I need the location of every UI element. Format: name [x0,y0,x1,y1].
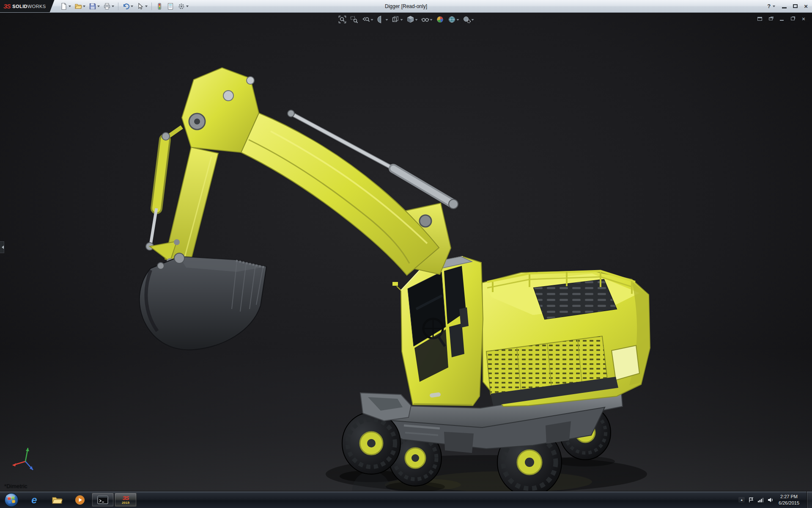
options-gear-icon[interactable] [176,2,190,11]
section-view-icon[interactable] [376,15,389,24]
maximize-button[interactable] [793,4,798,8]
doc-tile-windows-icon[interactable] [766,15,775,22]
help-button[interactable]: ? [767,3,775,9]
action-center-icon[interactable] [748,497,754,503]
graphics-area[interactable]: × [0,13,812,491]
doc-restore-icon[interactable] [788,15,797,22]
windows-orb-icon [4,492,19,508]
titlebar: ЗS SOLIDWORKS Digger [0,0,812,13]
start-button[interactable] [0,491,23,508]
bucket [140,253,266,350]
minimize-button[interactable] [782,7,787,8]
taskbar-windows-explorer[interactable] [46,493,68,507]
display-style-icon[interactable] [406,15,419,24]
clock-time: 2:27 PM [779,494,799,500]
rebuild-traffic-light-icon[interactable] [154,2,165,11]
y-axis-green [25,448,29,461]
chevron-left-icon [0,246,4,249]
taskbar-command-prompt[interactable] [92,493,114,507]
brand-solid: SOLID [12,4,27,9]
view-orientation-label: *Dimetric [4,483,27,489]
internet-explorer-icon: e [31,494,37,506]
toolbar-separator [118,3,118,10]
doc-new-window-icon[interactable] [755,15,764,22]
main-toolbar [59,2,190,11]
featuremanager-flyout-tab[interactable] [0,241,4,253]
view-settings-icon[interactable] [462,15,475,24]
apply-scene-icon[interactable] [447,15,460,24]
excavator-model [0,13,812,491]
close-button[interactable]: × [804,3,808,9]
folder-icon [52,495,63,505]
clock-date: 6/26/2015 [779,500,799,506]
hidden-icons-chevron[interactable]: ▲ [738,497,745,502]
zoom-to-area-icon[interactable] [349,15,359,24]
taskbar: e ЗS 2015 ▲ [0,491,812,508]
zoom-to-fit-icon[interactable] [337,15,348,24]
taskbar-media-player[interactable] [69,493,91,507]
file-properties-icon[interactable] [165,2,176,11]
select-cursor-icon[interactable] [135,2,149,11]
solidworks-version-badge: 2015 [122,501,129,505]
solidworks-logo-icon: ЗS [3,3,10,10]
volume-icon[interactable] [767,497,774,503]
solidworks-logo: ЗS SOLIDWORKS [0,0,55,12]
boom-pivot-pin [420,215,431,227]
brand-works: WORKS [27,4,46,9]
doc-close-icon[interactable]: × [799,15,808,22]
hide-show-items-icon[interactable] [420,15,433,24]
seat [449,323,464,357]
previous-view-icon[interactable] [361,15,374,24]
operator-cab [392,257,483,406]
document-window-controls: × [755,15,808,22]
edit-appearance-icon[interactable] [435,15,445,24]
new-document-icon[interactable] [59,2,72,11]
undo-icon[interactable] [121,2,134,11]
side-mirror [392,282,401,290]
engine-housing [482,271,650,406]
taskbar-internet-explorer[interactable]: e [23,493,45,507]
command-prompt-icon [97,496,108,504]
media-player-icon [75,495,85,505]
x-axis-red [13,461,25,467]
wheel-front-left [342,412,401,474]
open-icon[interactable] [73,2,87,11]
taskbar-solidworks-2015[interactable]: ЗS 2015 [115,493,137,507]
side-window-right [612,345,639,380]
save-icon[interactable] [88,2,101,11]
view-orientation-icon[interactable] [391,15,404,24]
headsup-view-toolbar [335,14,477,25]
network-icon[interactable] [757,497,764,502]
toolbar-separator [151,3,152,10]
solidworks-app-icon: ЗS [122,495,129,501]
titlebar-controls: ? × [767,3,812,9]
orientation-triad [8,444,42,478]
boom [241,113,439,275]
print-icon[interactable] [102,2,115,11]
show-desktop-button[interactable] [807,491,812,508]
doc-minimize-icon[interactable] [777,15,786,22]
z-axis-blue [25,461,33,470]
taskbar-clock[interactable]: 2:27 PM 6/26/2015 [777,494,801,506]
system-tray: ▲ 2:27 PM 6/26/2015 [738,491,812,508]
